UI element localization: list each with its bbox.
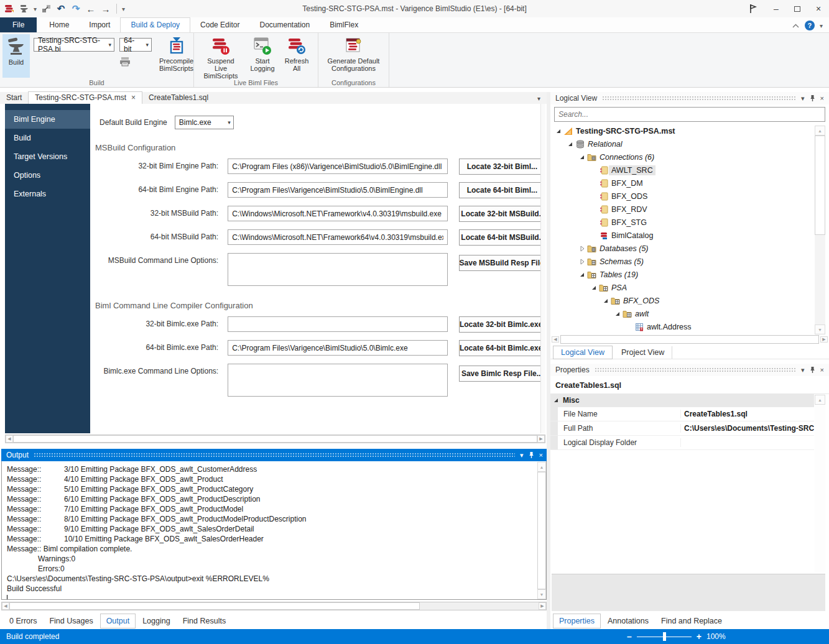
doc-tab-start[interactable]: Start bbox=[0, 92, 28, 104]
scrollbar-thumb[interactable] bbox=[560, 335, 819, 344]
zoom-in-icon[interactable]: + bbox=[697, 632, 702, 642]
bimlc-32-path-input[interactable] bbox=[228, 316, 447, 332]
tab-bimlflex[interactable]: BimlFlex bbox=[320, 18, 368, 32]
attach-icon[interactable] bbox=[40, 3, 52, 14]
expander-expanded-icon[interactable] bbox=[578, 154, 586, 160]
scroll-right-icon[interactable]: ▶ bbox=[539, 602, 546, 610]
close-panel-icon[interactable]: × bbox=[820, 94, 824, 102]
default-build-engine-dropdown[interactable]: Bimlc.exe ▾ bbox=[175, 116, 234, 129]
scroll-down-icon[interactable]: ▼ bbox=[815, 324, 825, 334]
tree-item[interactable]: awlt bbox=[550, 307, 814, 320]
doc-tab-active[interactable]: Testing-SRC-STG-PSA.mst × bbox=[28, 91, 142, 104]
tree-item[interactable]: AWLT_SRC bbox=[550, 163, 814, 177]
close-button[interactable]: × bbox=[808, 0, 829, 17]
tree-item[interactable]: Relational bbox=[550, 137, 814, 150]
tab-annotations[interactable]: Annotations bbox=[602, 614, 654, 628]
build-architecture-dropdown[interactable]: 64-bit ▾ bbox=[119, 38, 152, 52]
expander-expanded-icon[interactable] bbox=[578, 272, 586, 278]
property-row-logical-display-folder[interactable]: Logical Display Folder bbox=[550, 436, 814, 450]
tab-logging[interactable]: Logging bbox=[137, 614, 176, 628]
sidebar-item-externals[interactable]: Externals bbox=[5, 185, 90, 203]
property-row-full-path[interactable]: Full Path C:\Users\es\Documents\Testing-… bbox=[550, 421, 814, 436]
locate-64bit-biml-button[interactable]: Locate 64-bit Biml... bbox=[459, 182, 545, 198]
help-dropdown-icon[interactable]: ▾ bbox=[820, 22, 823, 29]
suspend-live-bimlscripts-button[interactable]: Suspend Live BimlScripts bbox=[197, 34, 245, 78]
msbuild-32-path-input[interactable] bbox=[228, 206, 447, 221]
locate-64bit-msbuild-button[interactable]: Locate 64-bit MSBuild.. bbox=[459, 229, 545, 246]
search-input[interactable] bbox=[558, 110, 821, 119]
tree-item[interactable]: BFX_RDV bbox=[550, 203, 814, 216]
minimize-button[interactable]: – bbox=[766, 0, 787, 17]
logical-view-title-bar[interactable]: Logical View ▾ × bbox=[550, 92, 829, 104]
locate-32bit-bimlc-button[interactable]: Locate 32-bit Bimlc.exe. bbox=[459, 316, 545, 333]
expander-expanded-icon[interactable] bbox=[613, 311, 622, 317]
tab-build-and-deploy[interactable]: Build & Deploy bbox=[120, 17, 190, 32]
scrollbar-thumb[interactable] bbox=[13, 435, 537, 443]
tree-item[interactable]: BFX_STG bbox=[550, 216, 814, 229]
tab-find-usages[interactable]: Find Usages bbox=[44, 614, 98, 628]
flag-icon[interactable] bbox=[741, 0, 766, 17]
sidebar-item-biml-engine[interactable]: Biml Engine bbox=[5, 110, 90, 129]
tab-import[interactable]: Import bbox=[79, 18, 120, 32]
undo-icon[interactable]: ↶ bbox=[55, 3, 67, 14]
precompile-bimlscripts-button[interactable]: Precompile BimlScripts bbox=[155, 34, 197, 78]
locate-32bit-biml-button[interactable]: Locate 32-bit Biml... bbox=[459, 159, 545, 175]
zoom-slider-thumb[interactable] bbox=[663, 632, 666, 641]
properties-title-bar[interactable]: Properties ▾ × bbox=[550, 364, 829, 376]
scroll-up-icon[interactable]: ▲ bbox=[815, 395, 825, 405]
properties-vertical-scrollbar[interactable]: ▲ bbox=[815, 395, 825, 572]
tree-item[interactable]: BFX_DM bbox=[550, 177, 814, 190]
scrollbar-thumb[interactable] bbox=[815, 136, 825, 235]
expander-collapsed-icon[interactable] bbox=[578, 259, 586, 265]
build-button[interactable]: Build bbox=[2, 34, 30, 78]
main-horizontal-scrollbar[interactable]: ◀ ▶ bbox=[5, 435, 545, 443]
help-icon[interactable]: ? bbox=[805, 21, 815, 30]
property-row-file-name[interactable]: File Name CreateTables1.sql bbox=[550, 407, 814, 421]
build-project-dropdown[interactable]: Testing-SRC-STG-PSA.bi ▾ bbox=[34, 38, 114, 52]
msbuild-64-path-input[interactable] bbox=[228, 229, 447, 245]
scroll-left-icon[interactable]: ◀ bbox=[6, 435, 13, 443]
bimlc-64-path-input[interactable] bbox=[228, 340, 447, 356]
scroll-left-icon[interactable]: ◀ bbox=[2, 602, 9, 610]
toolbar-options-icon[interactable]: ▾ bbox=[122, 6, 125, 12]
close-panel-icon[interactable]: × bbox=[820, 366, 824, 374]
expander-expanded-icon[interactable] bbox=[601, 298, 610, 304]
tab-home[interactable]: Home bbox=[39, 18, 79, 32]
tree-item[interactable]: Schemas (5) bbox=[550, 255, 814, 268]
scroll-right-icon[interactable]: ▶ bbox=[820, 336, 828, 343]
tree-item[interactable]: Connections (6) bbox=[550, 150, 814, 163]
tree-item[interactable]: awlt.Address bbox=[550, 320, 814, 333]
msbuild-command-line-options-input[interactable] bbox=[228, 253, 447, 286]
quick-build-dropdown-icon[interactable]: ▾ bbox=[34, 6, 37, 12]
tree-item[interactable]: Tables (19) bbox=[550, 268, 814, 281]
tree-vertical-scrollbar[interactable]: ▲ ▼ bbox=[815, 126, 825, 334]
tree-item[interactable]: PSA bbox=[550, 281, 814, 294]
sidebar-item-options[interactable]: Options bbox=[5, 166, 90, 185]
scrollbar-thumb[interactable] bbox=[537, 472, 546, 589]
zoom-out-icon[interactable]: – bbox=[627, 632, 632, 642]
bimlc-command-line-options-input[interactable] bbox=[228, 364, 447, 397]
locate-32bit-msbuild-button[interactable]: Locate 32-bit MSBuild.. bbox=[459, 206, 545, 222]
output-panel-title-bar[interactable]: Output ▾ × bbox=[1, 449, 547, 461]
scroll-left-icon[interactable]: ◀ bbox=[552, 336, 559, 343]
biml-engine-32-path-input[interactable] bbox=[228, 159, 447, 174]
window-position-dropdown-icon[interactable]: ▾ bbox=[520, 451, 524, 459]
maximize-button[interactable] bbox=[787, 0, 808, 17]
generate-default-configurations-button[interactable]: Generate Default Configurations bbox=[323, 34, 385, 78]
scrollbar-thumb[interactable] bbox=[9, 602, 420, 610]
tree-item[interactable]: BimlCatalog bbox=[550, 229, 814, 242]
tree-item[interactable]: Testing-SRC-STG-PSA.mst bbox=[550, 124, 814, 137]
build-output-icon[interactable] bbox=[119, 57, 152, 67]
property-category-misc[interactable]: Misc bbox=[550, 393, 814, 407]
tab-output[interactable]: Output bbox=[100, 614, 136, 628]
expander-expanded-icon[interactable] bbox=[590, 285, 598, 291]
scroll-right-icon[interactable]: ▶ bbox=[537, 435, 545, 443]
tree-item[interactable]: Databases (5) bbox=[550, 242, 814, 255]
locate-64bit-bimlc-button[interactable]: Locate 64-bit Bimlc.exe. bbox=[459, 340, 545, 356]
doc-tab-createtables[interactable]: CreateTables1.sql bbox=[142, 92, 215, 104]
start-logging-button[interactable]: Start Logging bbox=[245, 34, 280, 78]
tab-find-results[interactable]: Find Results bbox=[177, 614, 231, 628]
expander-expanded-icon[interactable] bbox=[554, 128, 563, 134]
tree-horizontal-scrollbar[interactable]: ◀ ▶ bbox=[552, 334, 828, 344]
tab-find-and-replace[interactable]: Find and Replace bbox=[655, 614, 728, 628]
